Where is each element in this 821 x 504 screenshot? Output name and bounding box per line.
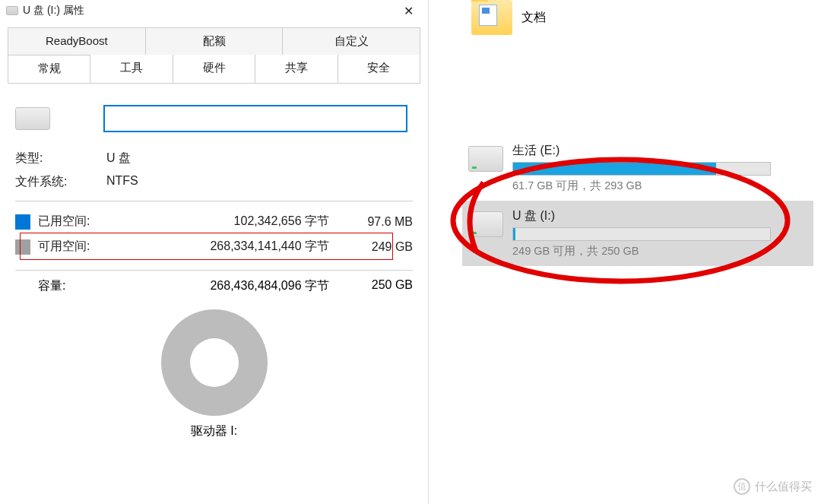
capacity-label: 容量: [38, 278, 122, 294]
tab-general[interactable]: 常规 [8, 55, 90, 83]
drive-list: 生活 (E:) 61.7 GB 可用，共 293 GB U 盘 (I:) 249… [462, 135, 813, 266]
volume-label-input[interactable] [103, 105, 407, 132]
drive-name: U 盘 (I:) [512, 208, 807, 224]
free-bytes: 268,334,141,440 字节 [122, 239, 344, 255]
window-title: U 盘 (I:) 属性 [23, 4, 391, 17]
folder-icon [471, 0, 512, 35]
drive-letter-label: 驱动器 I: [15, 423, 413, 439]
drive-icon [6, 6, 18, 15]
used-bytes: 102,342,656 字节 [122, 214, 344, 230]
usage-pie-chart [161, 309, 268, 416]
folder-documents[interactable]: 文档 [471, 0, 546, 35]
drive-sub: 61.7 GB 可用，共 293 GB [512, 179, 807, 193]
usage-bar [512, 227, 771, 241]
hdd-icon [468, 211, 503, 237]
close-button[interactable]: ✕ [391, 0, 425, 21]
filesystem-value: NTFS [106, 174, 138, 190]
capacity-row: 容量: 268,436,484,096 字节 250 GB [38, 278, 413, 294]
used-space-row: 已用空间: 102,342,656 字节 97.6 MB [15, 209, 413, 234]
used-human: 97.6 MB [344, 215, 413, 229]
free-space-row: 可用空间: 268,334,141,440 字节 249 GB [15, 234, 413, 259]
drive-large-icon [15, 107, 50, 130]
tab-security[interactable]: 安全 [338, 55, 420, 83]
type-label: 类型: [15, 151, 106, 166]
tab-panel-general: 类型: U 盘 文件系统: NTFS 已用空间: 102,342,656 字节 … [0, 84, 428, 439]
tab-sharing[interactable]: 共享 [255, 55, 338, 83]
used-swatch-icon [15, 214, 30, 230]
watermark-icon: 值 [734, 478, 750, 495]
drive-sub: 249 GB 可用，共 250 GB [512, 244, 807, 258]
tab-readyboost[interactable]: ReadyBoost [8, 27, 146, 55]
tab-customize[interactable]: 自定义 [283, 27, 420, 55]
divider [15, 201, 413, 201]
free-swatch-icon [15, 239, 30, 255]
explorer-pane: 文档 生活 (E:) 61.7 GB 可用，共 293 GB U 盘 (I:) … [429, 0, 821, 504]
capacity-human: 250 GB [344, 278, 413, 294]
drive-item-i[interactable]: U 盘 (I:) 249 GB 可用，共 250 GB [462, 201, 813, 266]
hdd-icon [468, 146, 503, 172]
tab-tools[interactable]: 工具 [90, 55, 173, 83]
capacity-bytes: 268,436,484,096 字节 [122, 278, 344, 294]
tab-quota[interactable]: 配额 [146, 27, 284, 55]
type-value: U 盘 [106, 151, 131, 166]
watermark-text: 什么值得买 [755, 480, 812, 494]
used-label: 已用空间: [38, 214, 122, 230]
drive-item-e[interactable]: 生活 (E:) 61.7 GB 可用，共 293 GB [462, 135, 813, 201]
tab-strip: ReadyBoost 配额 自定义 常规 工具 硬件 共享 安全 [8, 27, 420, 84]
usage-bar [512, 162, 771, 176]
tab-hardware[interactable]: 硬件 [173, 55, 255, 83]
titlebar: U 盘 (I:) 属性 ✕ [0, 0, 428, 21]
free-human: 249 GB [344, 240, 413, 254]
folder-name: 文档 [521, 10, 546, 26]
free-label: 可用空间: [38, 239, 122, 255]
filesystem-label: 文件系统: [15, 174, 106, 190]
watermark: 值 什么值得买 [734, 478, 812, 495]
properties-dialog: U 盘 (I:) 属性 ✕ ReadyBoost 配额 自定义 常规 工具 硬件… [0, 0, 429, 504]
drive-name: 生活 (E:) [512, 143, 807, 159]
divider [15, 270, 413, 271]
